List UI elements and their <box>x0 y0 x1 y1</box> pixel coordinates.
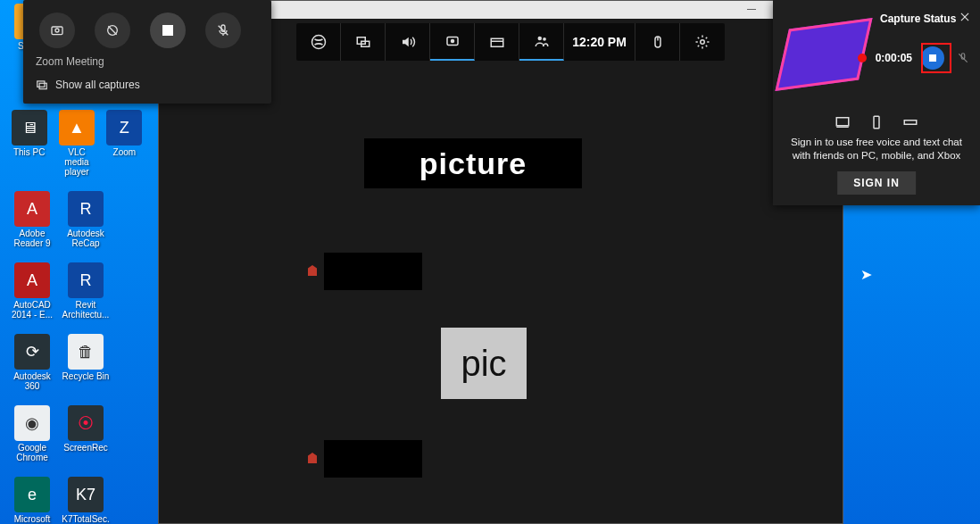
social-icon[interactable] <box>519 23 564 61</box>
svg-rect-11 <box>52 27 62 35</box>
status-title: Capture Status <box>880 12 956 25</box>
desktop-icon-recap[interactable]: RAutodesk ReCap <box>61 191 111 248</box>
desktop-icon-revit[interactable]: RRevit Architectu... <box>61 262 111 320</box>
close-icon[interactable] <box>959 11 971 27</box>
svg-point-12 <box>55 29 59 32</box>
device-icons <box>773 114 980 130</box>
participant-thumb-2[interactable]: pic <box>441 328 527 399</box>
svg-rect-25 <box>904 121 917 125</box>
participant-thumb-3[interactable] <box>324 440 422 478</box>
show-all-captures[interactable]: Show all captures <box>23 73 271 96</box>
capture-app-title: Zoom Meeting <box>23 55 271 73</box>
console-icon <box>901 114 919 130</box>
settings-icon[interactable] <box>680 23 725 61</box>
desktop-icon-a360[interactable]: ⟳Autodesk 360 <box>7 334 57 391</box>
audio-icon[interactable] <box>386 23 430 61</box>
widgets-icon[interactable] <box>341 23 386 61</box>
icon-label: Microsoft Edge <box>7 514 57 524</box>
xbox-icon[interactable] <box>296 23 341 61</box>
icon-label: Adobe Reader 9 <box>7 229 57 248</box>
signin-button[interactable]: SIGN IN <box>837 171 916 195</box>
performance-icon[interactable] <box>475 23 519 61</box>
icon-label: ScreenRec <box>61 443 111 453</box>
svg-rect-22 <box>836 118 849 126</box>
icon-label: AutoCAD 2014 - E... <box>7 300 57 320</box>
record-last-button[interactable] <box>95 12 130 48</box>
annotation-highlight <box>921 43 951 73</box>
recording-indicator-icon <box>858 54 867 62</box>
svg-rect-16 <box>37 81 45 87</box>
svg-point-4 <box>450 39 454 44</box>
gallery-icon <box>36 79 48 91</box>
desktop-icon-thispc[interactable]: 🖥This PC <box>7 110 51 177</box>
desktop-icon-edge[interactable]: eMicrosoft Edge <box>7 477 57 524</box>
minimize-button[interactable]: — <box>739 4 764 16</box>
desktop-icon-screenrec[interactable]: ⦿ScreenRec <box>61 405 111 462</box>
signin-message: Sign in to use free voice and text chat … <box>785 136 968 162</box>
svg-point-0 <box>311 36 325 49</box>
mic-mute-button[interactable] <box>953 48 973 68</box>
participant-thumb-1[interactable] <box>324 253 422 290</box>
desktop-icon-chrome[interactable]: ◉Google Chrome <box>7 405 57 462</box>
icon-label: Autodesk 360 <box>7 371 57 391</box>
show-all-label: Show all captures <box>55 79 140 91</box>
svg-point-7 <box>543 37 546 41</box>
capture-buttons-row <box>23 0 271 55</box>
mic-toggle-button[interactable] <box>205 12 241 48</box>
desktop-icon-vlc[interactable]: ▲VLC media player <box>54 110 98 177</box>
icon-label: Revit Architectu... <box>61 300 111 320</box>
svg-point-10 <box>701 40 705 45</box>
capture-icon[interactable] <box>430 23 475 61</box>
icon-label: This PC <box>7 147 51 157</box>
recording-timer: 0:00:05 <box>876 52 912 64</box>
mouse-icon[interactable] <box>635 23 680 61</box>
capture-widget: Zoom Meeting Show all captures <box>23 0 271 104</box>
desktop-icon-zoom[interactable]: ZZoom <box>103 110 146 177</box>
svg-rect-5 <box>491 38 503 46</box>
desktop-icon-autocad[interactable]: AAutoCAD 2014 - E... <box>7 262 57 320</box>
desktop-icon-k7[interactable]: K7K7TotalSec... <box>61 477 111 524</box>
desktop-icon-adobe[interactable]: AAdobe Reader 9 <box>7 191 57 248</box>
icon-label: K7TotalSec... <box>61 514 111 524</box>
pc-icon <box>834 114 851 130</box>
icon-label: VLC media player <box>54 147 98 177</box>
status-panel: Capture Status 0:00:05 Sign in to use fr… <box>773 0 980 205</box>
gamebar-toolbar: 12:20 PM <box>296 23 725 61</box>
mobile-icon <box>868 114 885 130</box>
shared-screen-label: picture <box>364 138 582 188</box>
icon-label: Google Chrome <box>7 443 57 462</box>
svg-point-6 <box>537 37 542 41</box>
gamebar-clock: 12:20 PM <box>564 23 635 61</box>
recording-timer-row: 0:00:05 <box>858 46 973 70</box>
icon-label: Zoom <box>103 147 146 157</box>
desktop-icon-recycle[interactable]: 🗑Recycle Bin <box>61 334 111 391</box>
screenshot-button[interactable] <box>39 12 75 48</box>
record-toggle-button[interactable] <box>150 12 186 48</box>
svg-line-21 <box>959 54 967 62</box>
icon-label: Autodesk ReCap <box>61 229 111 248</box>
svg-rect-17 <box>39 83 46 88</box>
svg-rect-24 <box>874 116 879 129</box>
icon-label: Recycle Bin <box>61 371 111 381</box>
